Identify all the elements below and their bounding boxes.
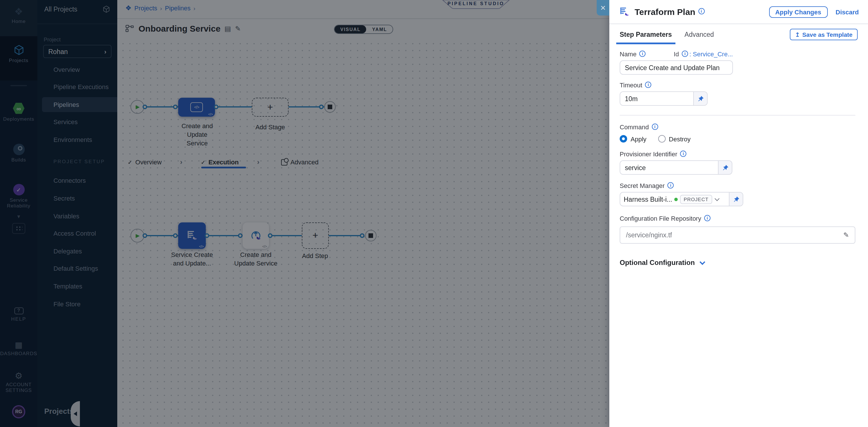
name-input[interactable] [620,60,733,75]
label-text: Timeout [620,81,642,89]
timeout-input-group [620,91,708,106]
id-prefix: Id [674,51,679,58]
runtime-input-toggle[interactable] [729,193,743,206]
step-parameters-form: Name i Id i : Service_Cre... Timeout i [620,51,855,267]
upload-icon: ↥ [795,31,800,38]
radio-destroy-label: Destroy [669,135,691,142]
radio-destroy[interactable] [658,135,665,142]
info-icon[interactable]: i [698,8,705,14]
label-text: Secret Manager [620,182,665,189]
config-repo-box[interactable]: /service/nginx.tf ✎ [620,226,855,244]
drawer-close-button[interactable]: ✕ [597,0,609,15]
save-as-template-button[interactable]: ↥ Save as Template [790,28,858,40]
save-as-template-label: Save as Template [802,31,852,38]
timeout-input[interactable] [620,92,693,105]
step-id-link[interactable]: : Service_Cre... [689,51,733,58]
secret-manager-select[interactable]: Harness Built-i... PROJECT [620,193,729,206]
discard-button[interactable]: Discard [836,8,859,15]
secret-manager-select-group: Harness Built-i... PROJECT [620,192,743,206]
provisioner-input-group [620,160,732,175]
runtime-input-toggle[interactable] [718,161,732,174]
provisioner-input[interactable] [620,161,718,174]
name-field-label: Name i [620,51,646,58]
modal-dim-overlay[interactable] [0,0,609,427]
divider [620,115,855,116]
pin-icon [733,196,740,203]
pin-icon [697,95,704,102]
drawer-tabs: Step Parameters Advanced ↥ Save as Templ… [609,24,868,44]
info-icon[interactable]: i [682,50,688,57]
secret-manager-field-label: Secret Manager i [620,182,855,189]
info-icon[interactable]: i [640,50,646,57]
secret-manager-value: Harness Built-i... [624,196,672,203]
close-icon: ✕ [600,4,606,12]
step-config-drawer: Terraform Plan i Apply Changes Discard S… [609,0,868,427]
chevron-down-icon [714,196,719,201]
info-icon[interactable]: i [680,150,687,157]
config-repo-field-label: Configuration File Repository i [620,215,855,222]
info-icon[interactable]: i [704,215,711,221]
apply-changes-button[interactable]: Apply Changes [769,6,828,18]
info-icon[interactable]: i [652,123,658,130]
provisioner-field-label: Provisioner Identifier i [620,151,855,158]
info-icon[interactable]: i [668,182,674,188]
label-text: Provisioner Identifier [620,151,677,158]
chevron-down-icon [699,259,705,265]
connector-status-dot [675,197,678,201]
info-icon[interactable]: i [645,81,652,88]
label-text: Configuration File Repository [620,215,701,222]
step-id: Id i : Service_Cre... [674,51,733,58]
radio-apply[interactable] [620,135,627,142]
label-text: Command [620,124,649,130]
label-text: Name [620,51,637,58]
optional-configuration-label: Optional Configuration [620,259,695,267]
tab-step-parameters[interactable]: Step Parameters [620,24,672,44]
drawer-header: Terraform Plan i Apply Changes Discard [609,0,868,24]
drawer-title: Terraform Plan [634,7,695,17]
command-field-label: Command i [620,124,855,130]
harness-pipeline-studio-app: ❖ Home Projects ∞ Deployments Builds ✓ S… [0,0,868,427]
config-repo-value: /service/nginx.tf [626,232,672,238]
command-radio-group: Apply Destroy [620,135,855,142]
scope-badge: PROJECT [680,195,712,204]
terraform-plan-icon [619,6,630,18]
tab-advanced[interactable]: Advanced [685,24,714,44]
edit-pencil-icon[interactable]: ✎ [843,231,849,239]
timeout-field-label: Timeout i [620,81,855,89]
optional-configuration-toggle[interactable]: Optional Configuration [620,259,855,267]
pin-icon [722,164,728,171]
radio-apply-label: Apply [630,135,646,142]
runtime-input-toggle[interactable] [693,92,707,105]
